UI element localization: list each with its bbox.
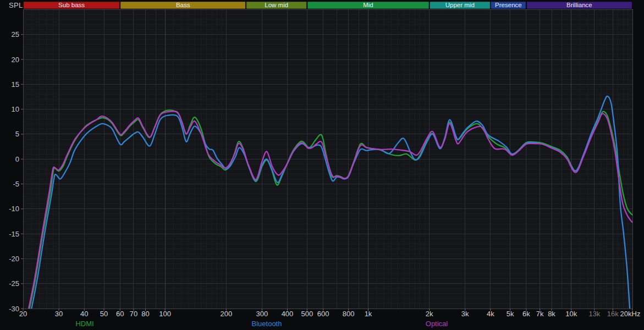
x-tick-label: 800	[343, 310, 355, 318]
y-tick-label: -15	[9, 230, 19, 238]
y-tick-label: -10	[9, 205, 19, 213]
band-label: Upper mid	[445, 2, 475, 8]
y-tick-label: 25	[12, 30, 19, 38]
x-tick-label: 20kHz	[620, 310, 641, 318]
y-tick-label: -5	[13, 180, 19, 188]
x-tick-label: 40	[80, 310, 88, 318]
x-tick-label: 80	[141, 310, 149, 318]
y-tick-label: -30	[9, 305, 19, 313]
x-tick-label: 100	[159, 310, 171, 318]
y-axis: 2520151050-5-10-15-20-25-30	[9, 30, 23, 312]
y-tick-label: 0	[15, 155, 19, 163]
y-tick-label: 10	[12, 105, 19, 113]
legend-bluetooth[interactable]: Bluetooth	[252, 320, 282, 328]
x-axis: 203040506070801002003004005006008001k2k3…	[19, 309, 641, 318]
y-tick-label: -25	[9, 279, 19, 288]
x-tick-label: 4k	[487, 310, 494, 318]
x-tick-label: 600	[317, 310, 329, 318]
x-tick-label: 60	[116, 310, 124, 318]
x-tick-label: 13k	[588, 310, 600, 318]
x-tick-label: 5k	[507, 310, 514, 318]
frequency-response-plot: Sub bassBassLow midMidUpper midPresenceB…	[0, 0, 644, 330]
x-tick-label: 8k	[548, 310, 555, 318]
x-tick-label: 300	[256, 310, 268, 318]
x-tick-label: 7k	[536, 310, 544, 318]
x-tick-label: 1k	[365, 310, 372, 318]
x-tick-label: 16k	[607, 310, 619, 318]
x-tick-label: 10k	[565, 310, 577, 318]
x-tick-label: 3k	[461, 310, 469, 318]
band-label: Mid	[363, 2, 373, 8]
x-tick-label: 30	[55, 310, 63, 318]
x-tick-label: 500	[301, 310, 313, 318]
x-tick-label: 2k	[426, 310, 433, 318]
band-label: Low mid	[265, 2, 288, 8]
legend-optical[interactable]: Optical	[426, 320, 448, 328]
band-label: Sub bass	[58, 2, 85, 8]
y-tick-label: 5	[15, 130, 19, 138]
x-tick-label: 70	[130, 310, 137, 318]
legend-hdmi[interactable]: HDMI	[75, 320, 93, 328]
x-tick-label: 200	[220, 310, 232, 318]
x-tick-label: 400	[282, 310, 294, 318]
x-tick-label: 6k	[522, 310, 530, 318]
x-tick-label: 50	[100, 310, 108, 318]
frequency-bands: Sub bassBassLow midMidUpper midPresenceB…	[24, 2, 632, 9]
y-tick-label: 15	[12, 80, 19, 89]
y-tick-label: 20	[12, 56, 19, 64]
spl-measurement-chart: SPL Sub bassBassLow midMidUpper midPrese…	[0, 0, 644, 330]
y-tick-label: -20	[9, 255, 19, 263]
x-tick-label: 20	[19, 310, 27, 318]
band-label: Presence	[495, 2, 522, 8]
band-label: Bass	[176, 2, 190, 8]
band-label: Brilliance	[566, 2, 592, 8]
